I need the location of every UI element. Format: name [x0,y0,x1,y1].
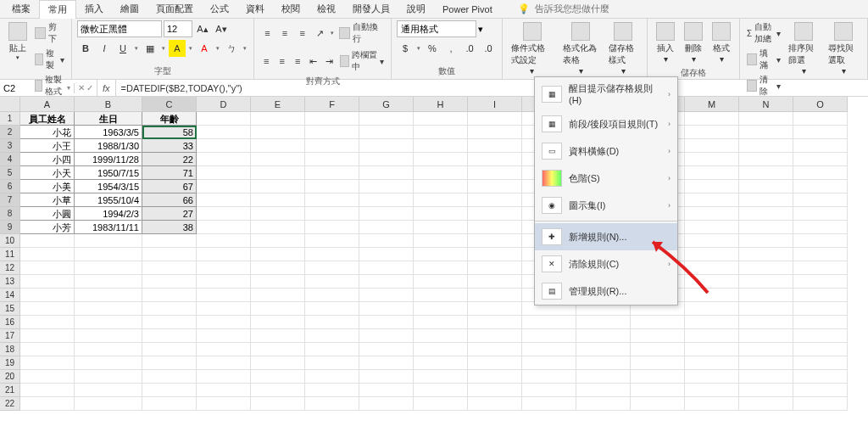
clear-rules-item[interactable]: ✕清除規則(C)› [535,250,677,277]
cell-I14[interactable] [468,289,522,302]
cell-N19[interactable] [739,356,793,370]
cell-H7[interactable] [414,193,468,207]
cell-M21[interactable] [685,384,739,397]
cell-G8[interactable] [359,207,414,221]
cell-A20[interactable] [20,370,75,384]
cell-N5[interactable] [739,166,793,180]
cell-F1[interactable] [305,112,359,126]
cell-E13[interactable] [251,275,305,289]
bold-button[interactable]: B [77,40,94,57]
cell-A3[interactable]: 小王 [20,139,75,153]
cell-A22[interactable] [20,397,75,411]
row-header-17[interactable]: 17 [0,329,20,343]
cell-D6[interactable] [197,180,251,193]
tab-校閱[interactable]: 校閱 [273,0,309,18]
color-scales-item[interactable]: 色階(S)› [535,165,677,192]
cell-N1[interactable] [739,112,793,126]
cell-G1[interactable] [359,112,414,126]
col-header-A[interactable]: A [20,97,75,112]
cell-D8[interactable] [197,207,251,221]
cell-F21[interactable] [305,384,359,397]
cell-B9[interactable]: 1983/11/11 [75,221,142,234]
cell-A1[interactable]: 員工姓名 [20,112,75,126]
cell-H5[interactable] [414,166,468,180]
cell-E9[interactable] [251,221,305,234]
cell-O3[interactable] [793,139,848,153]
row-header-16[interactable]: 16 [0,316,20,329]
cell-C5[interactable]: 71 [142,166,197,180]
cell-C4[interactable]: 22 [142,153,197,166]
cell-K18[interactable] [576,343,631,356]
cell-C2[interactable]: 58 [142,126,197,139]
comma-button[interactable]: , [442,40,459,57]
cell-C13[interactable] [142,275,197,289]
cell-N21[interactable] [739,384,793,397]
cell-C21[interactable] [142,384,197,397]
new-rule-item[interactable]: ✚新增規則(N)... [535,223,677,250]
cell-N15[interactable] [739,302,793,316]
format-cells-button[interactable]: 格式▾ [709,20,734,65]
cell-D12[interactable] [197,261,251,275]
tab-Power Pivot[interactable]: Power Pivot [434,2,501,17]
cell-E2[interactable] [251,126,305,139]
cell-C15[interactable] [142,302,197,316]
cell-B6[interactable]: 1954/3/15 [75,180,142,193]
cell-M18[interactable] [685,343,739,356]
cell-H13[interactable] [414,275,468,289]
cell-M19[interactable] [685,356,739,370]
cell-E22[interactable] [251,397,305,411]
cell-G22[interactable] [359,397,414,411]
cell-E8[interactable] [251,207,305,221]
cell-F15[interactable] [305,302,359,316]
cell-A13[interactable] [20,275,75,289]
cell-N8[interactable] [739,207,793,221]
cell-B15[interactable] [75,302,142,316]
enter-formula-button[interactable]: ✓ [86,83,93,92]
cell-O22[interactable] [793,397,848,411]
cell-K20[interactable] [576,370,631,384]
cell-E21[interactable] [251,384,305,397]
row-header-6[interactable]: 6 [0,180,20,193]
fill-color-dropdown[interactable]: ▾ [187,40,194,57]
cell-H17[interactable] [414,329,468,343]
cell-O18[interactable] [793,343,848,356]
cell-M4[interactable] [685,153,739,166]
tab-開發人員[interactable]: 開發人員 [344,0,398,18]
cell-O11[interactable] [793,248,848,261]
cell-I18[interactable] [468,343,522,356]
cell-D21[interactable] [197,384,251,397]
col-header-E[interactable]: E [251,97,305,112]
cell-H16[interactable] [414,316,468,329]
cell-H8[interactable] [414,207,468,221]
fill-color-button[interactable]: A [169,40,186,57]
cell-D1[interactable] [197,112,251,126]
cell-B2[interactable]: 1963/3/5 [75,126,142,139]
cell-O8[interactable] [793,207,848,221]
cell-I6[interactable] [468,180,522,193]
col-header-H[interactable]: H [414,97,468,112]
cell-F10[interactable] [305,234,359,248]
indent-increase-button[interactable]: ⇥ [322,53,337,70]
cell-D15[interactable] [197,302,251,316]
cell-O13[interactable] [793,275,848,289]
cell-E14[interactable] [251,289,305,302]
cell-A2[interactable]: 小花 [20,126,75,139]
cell-D19[interactable] [197,356,251,370]
decrease-font-button[interactable]: A▾ [213,20,230,37]
cell-D17[interactable] [197,329,251,343]
cell-M22[interactable] [685,397,739,411]
cell-D7[interactable] [197,193,251,207]
cell-H1[interactable] [414,112,468,126]
cell-L20[interactable] [631,370,685,384]
cell-C19[interactable] [142,356,197,370]
cell-I21[interactable] [468,384,522,397]
cell-N18[interactable] [739,343,793,356]
cell-D5[interactable] [197,166,251,180]
cell-G14[interactable] [359,289,414,302]
cell-M15[interactable] [685,302,739,316]
col-header-B[interactable]: B [75,97,142,112]
cell-G13[interactable] [359,275,414,289]
cell-I3[interactable] [468,139,522,153]
cell-A7[interactable]: 小草 [20,193,75,207]
tab-說明[interactable]: 說明 [398,0,434,18]
